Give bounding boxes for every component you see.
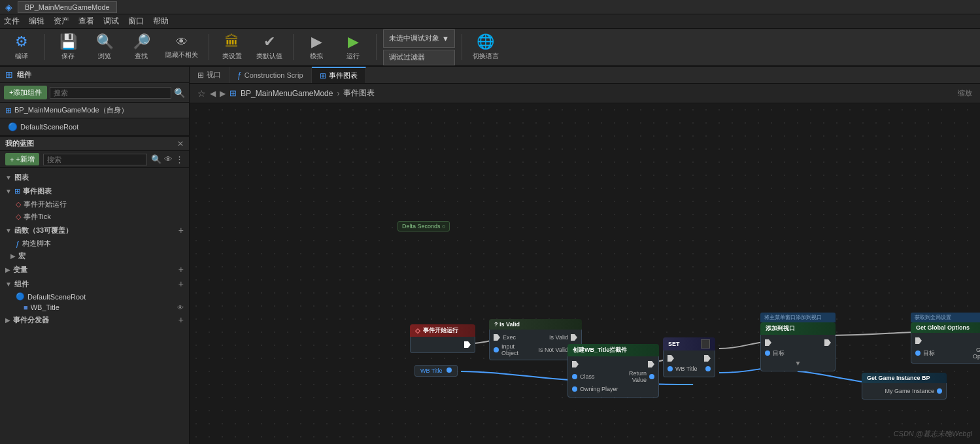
- target-label: 目标: [921, 349, 958, 358]
- event-node-icon: ◇: [415, 327, 420, 334]
- class-pin[interactable]: [572, 374, 577, 379]
- mb-section-components-header[interactable]: ▼ 组件 +: [0, 277, 189, 291]
- add-variable-button[interactable]: +: [178, 264, 184, 275]
- menu-item-view[interactable]: 查看: [78, 16, 94, 27]
- mb-section-event-graph-header[interactable]: ▼ ⊞ 事件图表: [0, 184, 189, 198]
- create-wb-header: 创建WB_Title拦截件: [567, 344, 659, 356]
- exec-out-pin[interactable]: [704, 355, 711, 362]
- wb-title-var-node[interactable]: WB Title: [414, 365, 458, 377]
- my-blueprint-panel: 我的蓝图 ✕ + +新增 🔍 👁 ⋮ ▼: [0, 135, 189, 444]
- bookmark-icon[interactable]: ☆: [197, 88, 206, 99]
- menu-item-file[interactable]: 文件: [4, 16, 20, 27]
- search-icon[interactable]: 🔍: [151, 154, 161, 164]
- tab-construction-script[interactable]: ƒ Construction Scrip: [229, 67, 312, 83]
- save-icon: 💾: [59, 33, 77, 50]
- debug-filter-button[interactable]: 调试过滤器: [383, 50, 455, 65]
- create-wb-body: Class Return Value Owning Player: [567, 356, 659, 398]
- menu-item-asset[interactable]: 资产: [54, 16, 69, 27]
- forward-arrow-icon[interactable]: ▶: [220, 89, 226, 98]
- bp-instance-row: ⊞ BP_MainMenuGameMode（自身）: [0, 103, 189, 118]
- create-wb-title: 创建WB_Title拦截件: [573, 346, 627, 354]
- switch-language-button[interactable]: 🌐 切换语言: [469, 30, 503, 64]
- add-to-viewport-node[interactable]: 将主菜单窗口添加到视口 添加到视口 目标: [760, 313, 836, 371]
- mb-item-default-scene-root[interactable]: 🔵 DefaultSceneRoot: [0, 291, 189, 302]
- my-blueprint-search-input[interactable]: [43, 154, 147, 165]
- hide-button[interactable]: 👁 隐藏不相关: [161, 30, 202, 64]
- mb-item-tick[interactable]: ◇ 事件Tick: [0, 211, 189, 223]
- add-component-button[interactable]: +: [178, 279, 184, 289]
- back-arrow-icon[interactable]: ◀: [210, 89, 216, 98]
- exec-in-pin[interactable]: [572, 361, 579, 367]
- mb-item-begin-play[interactable]: ◇ 事件开始运行: [0, 198, 189, 211]
- component-search-icon[interactable]: 🔍: [174, 88, 185, 98]
- debug-target-dropdown[interactable]: 未选中调试对象 ▼: [383, 29, 455, 48]
- set-val-pin[interactable]: [667, 366, 673, 371]
- event-begin-play-node[interactable]: ◇ 事件开始运行: [410, 324, 475, 353]
- settings-icon[interactable]: ⋮: [175, 154, 184, 164]
- mb-item-wb-title[interactable]: ■ WB_Title 👁: [0, 302, 189, 313]
- exec-out-pin[interactable]: [648, 361, 654, 367]
- target-pin[interactable]: [765, 350, 770, 356]
- eye-icon[interactable]: 👁: [164, 154, 173, 164]
- class-settings-button[interactable]: 🏛 类设置: [216, 30, 248, 64]
- get-global-options-node[interactable]: 获取到全局设置 Get Global Options 目标 Global Opt…: [911, 313, 980, 364]
- exec-out-pin[interactable]: [464, 341, 471, 348]
- menu-item-window[interactable]: 窗口: [128, 16, 144, 27]
- compile-button[interactable]: ⚙ 编译: [5, 30, 38, 64]
- input-obj-label: Input Object: [499, 343, 535, 356]
- exec-in-pin[interactable]: [915, 337, 922, 344]
- target-row: 目标: [761, 348, 835, 358]
- get-game-instance-node[interactable]: Get Game Instance BP My Game Instance: [862, 373, 947, 400]
- mb-section-variables-header[interactable]: ▶ 变量 +: [0, 262, 189, 277]
- event-graph-icon: ⊞: [14, 187, 20, 196]
- add-function-button[interactable]: +: [178, 225, 184, 235]
- macro-label: 宏: [18, 251, 25, 261]
- tab-event-graph[interactable]: ⊞ 事件图表: [312, 67, 366, 83]
- new-item-button[interactable]: + +新增: [5, 153, 39, 165]
- tree-item-default-scene-root[interactable]: 🔵 DefaultSceneRoot: [5, 121, 184, 133]
- mb-section-graphs-header[interactable]: ▼ 图表: [0, 171, 189, 184]
- menu-item-debug[interactable]: 调试: [103, 16, 119, 27]
- run-button[interactable]: ▶ 运行: [337, 30, 369, 64]
- mb-section-event-dispatcher-header[interactable]: ▶ 事件分发器 +: [0, 313, 189, 327]
- menu-item-help[interactable]: 帮助: [153, 16, 169, 27]
- is-valid-header: ? Is Valid: [489, 319, 582, 330]
- exec-in-pin[interactable]: [765, 339, 771, 346]
- target-pin[interactable]: [915, 350, 921, 356]
- add-viewport-body: 目标 ▼: [760, 335, 836, 371]
- add-component-button[interactable]: +添加组件: [4, 86, 47, 99]
- watermark: CSDN @暮志未晚Webgl: [894, 429, 972, 439]
- top-tab[interactable]: BP_MainMenuGameMode: [18, 1, 117, 13]
- mb-section-functions-header[interactable]: ▼ 函数（33可覆盖） +: [0, 223, 189, 237]
- set-node[interactable]: SET WB Title: [663, 337, 715, 377]
- delta-seconds-node[interactable]: Delta Seconds ○: [397, 221, 450, 231]
- mb-subsection-macro[interactable]: ▶ 宏: [0, 250, 189, 262]
- section-event-graph-label: 事件图表: [23, 186, 52, 196]
- input-obj-pin[interactable]: [494, 347, 499, 352]
- exec-in-pin[interactable]: [667, 355, 674, 362]
- create-wb-title-node[interactable]: 创建WB_Title拦截件 Class Return Value: [567, 344, 659, 398]
- wb-title-vis-icon[interactable]: 👁: [177, 304, 184, 311]
- owning-pin[interactable]: [572, 386, 577, 392]
- event-node-title: 事件开始运行: [423, 326, 458, 335]
- my-blueprint-close-button[interactable]: ✕: [177, 139, 184, 148]
- add-dispatcher-button[interactable]: +: [178, 315, 184, 325]
- find-button[interactable]: 🔎 查找: [125, 30, 158, 64]
- set-out-pin[interactable]: [705, 366, 711, 371]
- tab-viewport[interactable]: ⊞ 视口: [190, 67, 229, 83]
- is-valid-out-pin[interactable]: [571, 334, 577, 341]
- browse-button[interactable]: 🔍 浏览: [88, 30, 121, 64]
- exec-out-pin[interactable]: [824, 339, 831, 346]
- defaults-button[interactable]: ✔ 类默认值: [252, 30, 286, 64]
- expand-icon[interactable]: ▼: [795, 360, 802, 367]
- exec-in-pin[interactable]: [494, 334, 500, 341]
- mb-item-construct-script[interactable]: ƒ 构造脚本: [0, 237, 189, 250]
- game-instance-pin[interactable]: [937, 388, 942, 394]
- simulate-button[interactable]: ▶ 模拟: [300, 30, 333, 64]
- save-button[interactable]: 💾 保存: [52, 30, 84, 64]
- return-pin[interactable]: [649, 374, 654, 379]
- blueprint-canvas[interactable]: Delta Seconds ○: [190, 103, 980, 444]
- menu-item-edit[interactable]: 编辑: [29, 16, 44, 27]
- component-search-input[interactable]: [50, 87, 171, 99]
- section-variables-label: 变量: [13, 265, 27, 275]
